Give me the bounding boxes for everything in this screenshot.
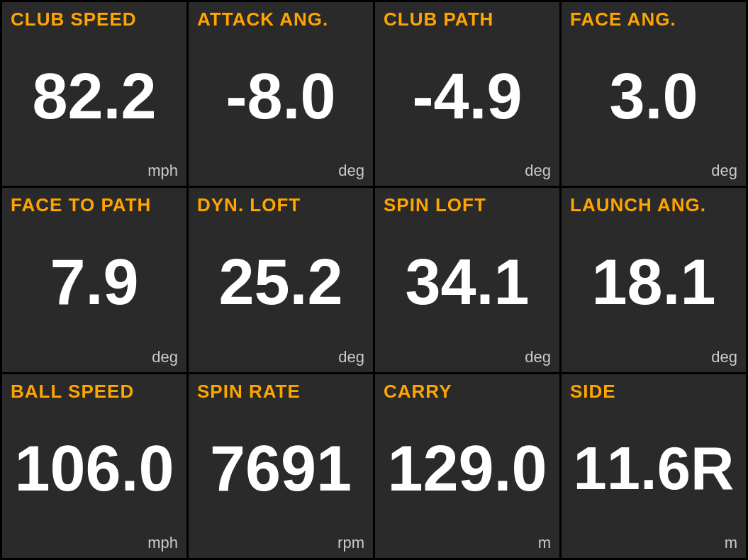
cell-attack-ang: ATTACK ANG.-8.0deg <box>189 2 373 186</box>
label-launch-ang: LAUNCH ANG. <box>570 195 737 215</box>
unit-carry: m <box>384 535 551 551</box>
unit-face-to-path: deg <box>11 349 178 365</box>
unit-face-ang: deg <box>570 163 737 179</box>
label-club-speed: CLUB SPEED <box>11 9 178 30</box>
label-attack-ang: ATTACK ANG. <box>197 9 364 30</box>
value-spin-loft: 34.1 <box>384 215 551 349</box>
unit-club-path: deg <box>384 163 551 179</box>
value-club-speed: 82.2 <box>11 30 178 164</box>
value-club-path: -4.9 <box>384 30 551 164</box>
value-ball-speed: 106.0 <box>11 401 178 535</box>
value-spin-rate: 7691 <box>197 401 364 535</box>
value-attack-ang: -8.0 <box>197 30 364 164</box>
cell-launch-ang: LAUNCH ANG.18.1deg <box>562 188 746 371</box>
unit-side: m <box>570 535 737 551</box>
label-face-ang: FACE ANG. <box>570 9 737 30</box>
label-club-path: CLUB PATH <box>384 9 551 30</box>
unit-spin-loft: deg <box>384 349 551 365</box>
value-carry: 129.0 <box>384 401 551 535</box>
cell-carry: CARRY129.0m <box>375 374 559 558</box>
label-spin-loft: SPIN LOFT <box>384 195 551 215</box>
cell-club-speed: CLUB SPEED82.2mph <box>2 2 186 186</box>
cell-spin-loft: SPIN LOFT34.1deg <box>375 188 559 371</box>
metrics-grid: CLUB SPEED82.2mphATTACK ANG.-8.0degCLUB … <box>0 0 748 560</box>
label-carry: CARRY <box>384 381 551 402</box>
cell-spin-rate: SPIN RATE7691rpm <box>189 374 373 558</box>
value-launch-ang: 18.1 <box>570 215 737 349</box>
value-side: 11.6R <box>570 401 737 535</box>
cell-club-path: CLUB PATH-4.9deg <box>375 2 559 186</box>
value-dyn-loft: 25.2 <box>197 215 364 349</box>
label-side: SIDE <box>570 381 737 402</box>
unit-ball-speed: mph <box>11 535 178 551</box>
unit-club-speed: mph <box>11 163 178 179</box>
label-dyn-loft: DYN. LOFT <box>197 195 364 215</box>
label-ball-speed: BALL SPEED <box>11 381 178 402</box>
unit-spin-rate: rpm <box>197 535 364 551</box>
value-face-ang: 3.0 <box>570 30 737 164</box>
label-face-to-path: FACE TO PATH <box>11 195 178 215</box>
cell-side: SIDE11.6Rm <box>562 374 746 558</box>
cell-dyn-loft: DYN. LOFT25.2deg <box>189 188 373 371</box>
unit-attack-ang: deg <box>197 163 364 179</box>
value-face-to-path: 7.9 <box>11 215 178 349</box>
unit-dyn-loft: deg <box>197 349 364 365</box>
cell-face-ang: FACE ANG.3.0deg <box>562 2 746 186</box>
label-spin-rate: SPIN RATE <box>197 381 364 402</box>
cell-face-to-path: FACE TO PATH7.9deg <box>2 188 186 371</box>
unit-launch-ang: deg <box>570 349 737 365</box>
cell-ball-speed: BALL SPEED106.0mph <box>2 374 186 558</box>
